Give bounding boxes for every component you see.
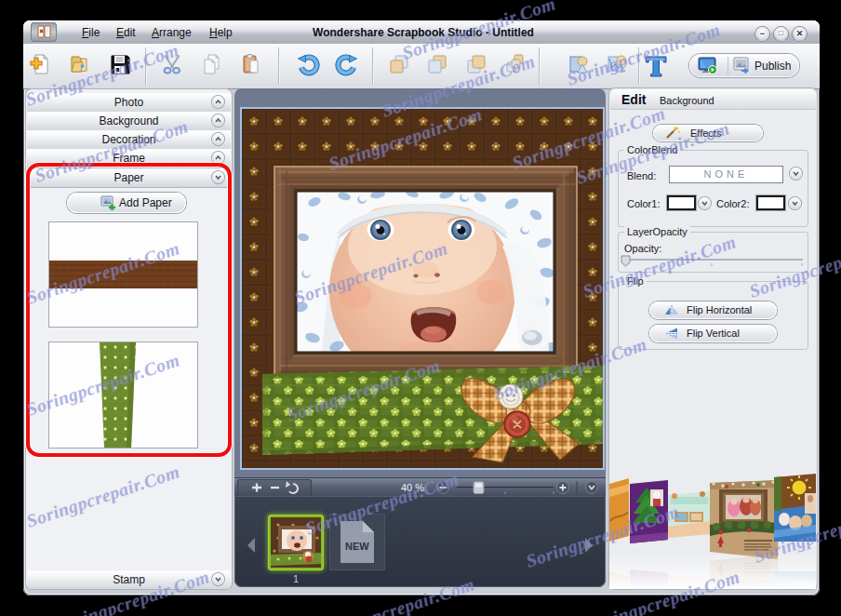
svg-text:40 %: 40 % [401,482,424,493]
svg-text:NEW: NEW [345,541,369,552]
